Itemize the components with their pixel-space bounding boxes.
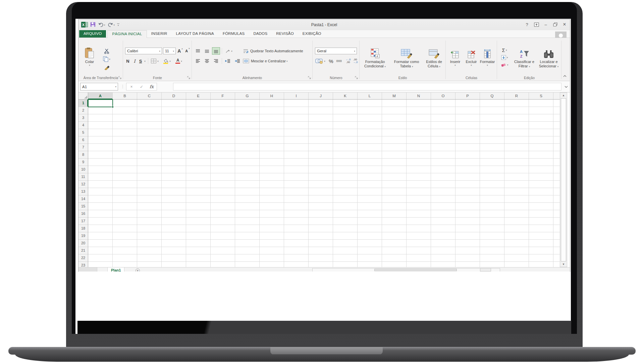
number-dialog-launcher[interactable] <box>355 76 358 79</box>
paste-dropdown-icon[interactable]: ▾ <box>89 64 90 66</box>
insert-dropdown-icon[interactable]: ▾ <box>454 64 456 66</box>
borders-button[interactable]: ▾ <box>149 57 160 65</box>
scroll-down-icon[interactable]: ▼ <box>560 262 567 267</box>
tab-layout-da-pagina[interactable]: LAYOUT DA PÁGINA <box>172 30 218 38</box>
tab-pagina-inicial[interactable]: PÁGINA INICIAL <box>107 30 147 38</box>
column-header-K[interactable]: K <box>333 93 358 99</box>
tab-dados[interactable]: DADOS <box>249 30 272 38</box>
redo-button[interactable]: ▾ <box>108 22 115 27</box>
clear-button[interactable]: ▾ <box>498 61 511 68</box>
row-header-1[interactable]: 1 <box>78 100 88 107</box>
orientation-button[interactable]: ▾ <box>223 47 234 55</box>
font-color-button[interactable]: A ▾ <box>173 57 184 65</box>
sort-filter-dropdown-icon[interactable]: ▾ <box>529 65 530 68</box>
column-header-C[interactable]: C <box>137 93 162 99</box>
find-select-dropdown-icon[interactable]: ▾ <box>557 65 559 68</box>
alignment-dialog-launcher[interactable] <box>308 76 311 79</box>
font-color-dropdown-icon[interactable]: ▾ <box>181 60 182 62</box>
column-header-B[interactable]: B <box>113 93 137 99</box>
format-as-table-button[interactable]: Formatar como Tabela ▾ <box>390 47 423 75</box>
name-box[interactable]: A1 ▾ <box>80 83 118 90</box>
column-header-M[interactable]: M <box>382 93 407 99</box>
fill-color-dropdown-icon[interactable]: ▾ <box>169 60 171 62</box>
increase-indent-button[interactable] <box>233 57 242 65</box>
undo-button[interactable]: ▾ <box>98 22 105 27</box>
row-header-14[interactable]: 14 <box>78 195 88 203</box>
underline-button[interactable]: S <box>138 57 143 65</box>
row-header-9[interactable]: 9 <box>78 159 88 166</box>
column-header-I[interactable]: I <box>284 93 309 99</box>
number-format-select[interactable]: Geral ▾ <box>315 48 357 54</box>
conditional-dropdown-icon[interactable]: ▾ <box>385 65 386 68</box>
cancel-icon[interactable]: × <box>126 83 137 90</box>
column-header-A[interactable]: A <box>88 93 113 99</box>
decrease-font-size-button[interactable]: A▾ <box>184 47 191 55</box>
autosum-dropdown-icon[interactable]: ▾ <box>506 49 507 51</box>
sheet-nav-buttons[interactable] <box>78 267 97 272</box>
column-header-D[interactable]: D <box>162 93 186 99</box>
merge-center-button[interactable]: Mesclar e Centralizar ▾ <box>243 57 287 65</box>
scroll-up-icon[interactable]: ▲ <box>560 93 567 98</box>
format-dropdown-icon[interactable]: ▾ <box>487 64 488 66</box>
tab-formulas[interactable]: FÓRMULAS <box>218 30 249 38</box>
row-header-15[interactable]: 15 <box>78 203 88 210</box>
increase-decimal-button[interactable]: ←,0,00 <box>345 57 352 65</box>
copy-button[interactable]: ▾ <box>100 55 113 63</box>
vertical-scroll-thumb[interactable] <box>561 98 566 261</box>
align-top-button[interactable] <box>194 47 202 55</box>
accounting-dropdown-icon[interactable]: ▾ <box>324 60 325 62</box>
format-cells-button[interactable]: Formatar ▾ <box>479 47 495 75</box>
column-header-O[interactable]: O <box>431 93 455 99</box>
expand-formula-bar-icon[interactable] <box>564 85 568 89</box>
row-header-2[interactable]: 2 <box>78 107 88 114</box>
bold-button[interactable]: N <box>124 57 131 65</box>
italic-button[interactable]: I <box>132 57 137 65</box>
align-left-button[interactable] <box>194 57 202 65</box>
row-header-16[interactable]: 16 <box>78 210 88 218</box>
fill-color-button[interactable]: ▾ <box>161 57 172 65</box>
conditional-formatting-button[interactable]: ≠ Formatação Condicional ▾ <box>361 47 389 75</box>
help-button[interactable]: ? <box>522 21 532 28</box>
align-middle-button[interactable] <box>203 47 211 55</box>
autosum-button[interactable]: Σ ▾ <box>498 47 511 53</box>
row-header-7[interactable]: 7 <box>78 144 88 151</box>
row-header-17[interactable]: 17 <box>78 218 88 225</box>
restore-button[interactable] <box>550 21 560 28</box>
vertical-scrollbar[interactable]: ▲ ▼ <box>560 93 567 267</box>
save-button[interactable] <box>90 22 96 28</box>
tab-exibicao[interactable]: EXIBIÇÃO <box>298 30 326 38</box>
name-box-dropdown-icon[interactable]: ▾ <box>114 85 118 88</box>
table-dropdown-icon[interactable]: ▾ <box>412 65 413 68</box>
column-header-H[interactable]: H <box>260 93 284 99</box>
cell-styles-dropdown-icon[interactable]: ▾ <box>439 65 440 68</box>
font-size-select[interactable]: 11 ▾ <box>163 48 176 54</box>
decrease-indent-button[interactable] <box>223 57 232 65</box>
column-header-F[interactable]: F <box>211 93 235 99</box>
delete-dropdown-icon[interactable]: ▾ <box>471 64 472 66</box>
row-header-3[interactable]: 3 <box>78 114 88 122</box>
tab-inserir[interactable]: INSERIR <box>147 30 172 38</box>
column-header-E[interactable]: E <box>186 93 211 99</box>
column-header-J[interactable]: J <box>309 93 333 99</box>
row-header-11[interactable]: 11 <box>78 173 88 181</box>
font-name-dropdown-icon[interactable]: ▾ <box>158 50 162 52</box>
column-header-Q[interactable]: Q <box>480 93 504 99</box>
column-header-P[interactable]: P <box>455 93 480 99</box>
cell-grid[interactable] <box>88 100 560 269</box>
clipboard-dialog-launcher[interactable] <box>118 76 122 79</box>
insert-cells-button[interactable]: Inserir ▾ <box>448 47 463 75</box>
sort-filter-button[interactable]: AZ Classificar e Filtrar ▾ <box>512 47 537 75</box>
close-button[interactable]: × <box>560 21 569 28</box>
column-header-S[interactable]: S <box>529 93 553 99</box>
row-header-4[interactable]: 4 <box>78 122 88 129</box>
horizontal-split-handle[interactable] <box>480 268 491 272</box>
enter-icon[interactable]: ✓ <box>137 83 147 90</box>
format-painter-button[interactable] <box>100 63 113 71</box>
horizontal-scroll-thumb[interactable] <box>374 269 457 271</box>
copy-dropdown-icon[interactable]: ▾ <box>109 58 110 60</box>
new-sheet-button[interactable]: + <box>136 268 140 272</box>
cut-button[interactable] <box>100 47 113 55</box>
clear-dropdown-icon[interactable]: ▾ <box>507 64 508 66</box>
increase-font-size-button[interactable]: A▴ <box>177 47 183 55</box>
wrap-text-button[interactable]: Quebrar Texto Automaticamente <box>243 47 303 55</box>
